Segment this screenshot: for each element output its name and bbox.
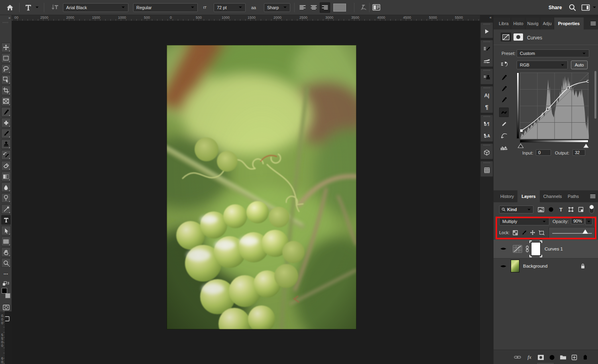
workspace-icon[interactable] [581,4,590,11]
workspace-chevron-icon[interactable] [592,6,596,9]
layer-filter-select[interactable]: Kind [499,205,533,213]
edit-toolbar-ellipsis[interactable]: ••• [1,269,11,278]
lasso-tool[interactable] [1,64,11,74]
type-tool-icon[interactable] [25,4,32,11]
blend-mode-select[interactable]: Multiply [499,217,549,225]
dock-collapse-icon[interactable]: « [480,15,494,20]
new-adjustment-layer-icon[interactable] [547,352,557,362]
clone-stamp-tool[interactable] [1,139,11,149]
path-selection-tool[interactable] [1,226,11,235]
gradient-tool[interactable] [1,172,11,181]
blur-tool[interactable] [1,182,11,192]
lock-transparency-icon[interactable] [511,229,519,237]
tab-libraries[interactable]: Libra [497,18,511,29]
output-value-field[interactable]: 32 [572,149,585,156]
curves-adjustment-icon[interactable] [501,33,511,41]
top-ruler[interactable]: 0025002000150010005000500100015002000250… [12,15,480,21]
curves1-visibility-eye-icon[interactable] [499,246,507,251]
brush-tool[interactable] [1,129,11,138]
share-button[interactable]: Share [542,3,568,12]
layer-styles-fx-icon[interactable]: fx [525,352,534,362]
smooth-curve-icon[interactable] [499,131,509,140]
brush-settings-panel-icon[interactable] [481,43,493,55]
gray-point-eyedropper-icon[interactable] [499,84,509,93]
edit-points-curve-icon[interactable] [499,108,509,117]
opacity-chevron-icon[interactable] [585,218,592,225]
lock-artboard-icon[interactable] [537,229,545,237]
tab-navigator[interactable]: Navig [526,18,540,29]
lock-position-icon[interactable] [529,229,537,237]
layers-menu-icon[interactable] [588,190,598,202]
threed-panel-icon[interactable] [481,147,493,159]
tab-channels[interactable]: Channels [541,190,565,202]
targeted-adjustment-icon[interactable] [501,61,509,68]
quick-mask-button[interactable] [1,303,11,312]
text-orientation-icon[interactable] [51,4,59,11]
tab-adjustments[interactable]: Adju [541,18,554,29]
zoom-tool[interactable] [1,258,11,268]
layer-mask-link-icon[interactable] [525,245,529,253]
paragraph-panel-icon[interactable]: ¶ [481,101,493,113]
home-icon[interactable] [6,4,14,11]
align-left-button[interactable] [297,2,308,13]
type-tool-chevron-icon[interactable] [35,6,39,9]
properties-scrollbar[interactable] [594,71,596,119]
toggle-panels-icon[interactable] [372,4,380,11]
brushes-panel-icon[interactable] [481,55,493,67]
move-tool[interactable] [1,43,11,52]
pen-tool[interactable] [1,204,11,214]
delete-layer-icon[interactable] [580,352,590,362]
white-point-eyedropper-icon[interactable] [499,72,509,82]
curves-grid[interactable] [520,72,588,139]
rectangle-tool[interactable] [1,237,11,246]
healing-brush-tool[interactable] [1,118,11,127]
background-visibility-eye-icon[interactable] [499,263,507,269]
filter-shape-layers-icon[interactable] [567,205,575,213]
auto-button[interactable]: Auto [571,61,588,69]
foreground-color-swatch[interactable] [2,288,7,294]
new-layer-icon[interactable] [569,352,579,362]
black-point-eyedropper-icon[interactable] [499,95,509,104]
mask-properties-icon[interactable] [513,33,523,41]
toolbar-collapse-icon[interactable]: » [0,15,12,21]
curves1-mask-thumbnail[interactable] [531,242,541,256]
history-brush-tool[interactable] [1,150,11,160]
patterns-panel-icon[interactable] [481,164,493,176]
font-size-select[interactable]: 72 pt [214,3,246,12]
align-right-button[interactable] [320,2,330,13]
channel-select[interactable]: RGB [517,61,568,69]
tab-paths[interactable]: Paths [565,190,582,202]
anti-alias-select[interactable]: Sharp [264,3,290,12]
pencil-curve-icon[interactable] [499,119,509,129]
object-selection-tool[interactable] [1,75,11,84]
type-tool[interactable] [1,215,11,225]
highlight-input-slider[interactable] [583,143,589,148]
font-style-select[interactable]: Regular [133,3,198,12]
input-value-field[interactable]: 0 [536,149,551,156]
character-styles-panel-icon[interactable]: A [481,130,493,142]
search-icon[interactable] [568,4,576,12]
eraser-tool[interactable] [1,161,11,170]
opacity-slider-handle[interactable] [582,229,588,234]
canvas-photo[interactable] [167,45,356,329]
tab-history[interactable]: History [497,190,517,202]
frame-tool[interactable] [1,96,11,106]
tab-histogram[interactable]: Histo [511,18,525,29]
marquee-tool[interactable] [1,53,11,63]
foreground-background-colors[interactable] [1,288,11,299]
preset-select[interactable]: Custom [517,49,589,57]
character-panel-icon[interactable]: A| [481,89,493,101]
text-color-swatch[interactable] [333,4,346,12]
paragraph-styles-panel-icon[interactable]: ¶ [481,118,493,130]
filter-pixel-layers-icon[interactable] [537,205,545,213]
clone-source-panel-icon[interactable] [481,72,493,84]
link-layers-icon[interactable] [513,352,522,362]
dodge-tool[interactable] [1,193,11,203]
eyedropper-tool[interactable] [1,107,11,117]
swap-colors-icon[interactable] [1,279,11,288]
pasteboard[interactable] [12,21,480,364]
warp-text-icon[interactable] [360,4,368,11]
background-layer-thumbnail[interactable] [511,260,519,272]
filter-adjustment-layers-icon[interactable] [547,205,555,213]
toolbar-gripper[interactable] [3,22,9,23]
